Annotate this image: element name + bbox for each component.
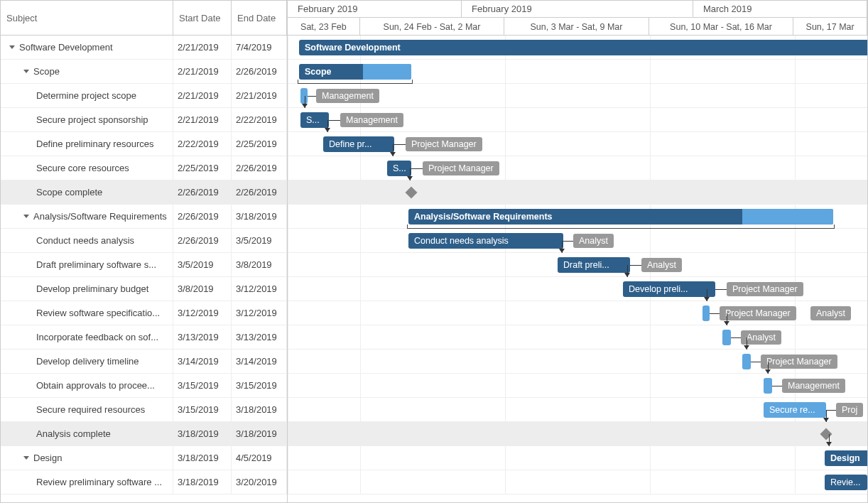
table-row[interactable]: Secure required resources3/15/20193/18/2… [1,398,287,422]
summary-bar[interactable]: Software Development [299,40,867,55]
task-label: Analysis/Software Requirements [33,211,167,222]
gantt-chart: Subject Start Date End Date Software Dev… [0,0,868,503]
connector [327,120,328,132]
task-bar[interactable]: Secure re... [764,402,826,418]
cell-subject: Conduct needs analysis [1,229,173,252]
connector [410,168,411,180]
chart-row[interactable]: Project Manager [288,350,867,374]
task-bar[interactable]: S... [387,161,411,176]
table-row[interactable]: Analysis/Software Requirements2/26/20193… [1,205,287,229]
chevron-down-icon[interactable] [23,215,29,218]
cell-end: 3/12/2019 [232,301,287,325]
cell-start: 3/18/2019 [173,470,232,494]
table-row[interactable]: Review software specificatio...3/12/2019… [1,301,287,325]
cell-subject: Review preliminary software ... [1,470,173,494]
chart-row[interactable]: Scope [288,60,867,84]
chart-row[interactable]: Draft preli...Analyst [288,253,867,277]
chart-row[interactable] [288,422,867,446]
cell-end: 3/18/2019 [232,205,287,228]
task-bar[interactable]: Draft preli... [558,257,630,273]
cell-subject: Draft preliminary software s... [1,253,173,276]
task-label: Analysis complete [36,428,111,439]
cell-subject: Determine project scope [1,84,173,107]
chart-row[interactable]: Develop preli...Project Manager [288,277,867,301]
chart-row[interactable]: S...Management [288,108,867,132]
col-header-end[interactable]: End Date [232,1,287,35]
task-bar[interactable] [764,378,772,394]
task-bar[interactable]: Revie... [825,475,867,490]
table-row[interactable]: Develop delivery timeline3/14/20193/14/2… [1,350,287,374]
task-label: Review preliminary software ... [36,477,162,487]
progress-bar [363,64,411,80]
connector [563,241,573,242]
chart-row[interactable]: Secure re...Proj [288,398,867,422]
table-row[interactable]: Design3/18/20194/5/2019 [1,446,287,470]
chart-row[interactable]: Management [288,374,867,398]
cell-subject: Define preliminary resources [1,132,173,156]
task-label: Define preliminary resources [36,139,153,149]
chevron-down-icon[interactable] [23,70,29,73]
table-row[interactable]: Draft preliminary software s...3/5/20193… [1,253,287,277]
cell-start: 3/12/2019 [173,301,232,325]
task-bar[interactable] [722,330,731,345]
connector [393,144,394,156]
chart-row[interactable]: Analysis/Software Requirements [288,205,867,229]
cell-start: 2/21/2019 [173,36,232,59]
table-row[interactable]: Analysis complete3/18/20193/18/2019 [1,422,287,446]
task-bar[interactable] [300,88,308,104]
chart-row[interactable]: Define pr...Project Manager [288,132,867,156]
resource-badge: Management [316,89,379,103]
cell-end: 3/18/2019 [232,398,287,421]
table-row[interactable]: Software Development2/21/20197/4/2019 [1,36,287,60]
resource-badge: Project Manager [761,355,837,369]
chart-row[interactable]: Revie... [288,470,867,494]
chart-body[interactable]: Software DevelopmentScopeManagementS...M… [288,36,867,494]
table-row[interactable]: Scope2/21/20192/26/2019 [1,60,287,84]
cell-subject: Obtain approvals to procee... [1,374,173,397]
chart-row[interactable]: Design [288,446,867,470]
table-row[interactable]: Scope complete2/26/20192/26/2019 [1,180,287,205]
cell-end: 7/4/2019 [232,36,287,59]
chart-row[interactable]: Management [288,84,867,108]
week-cell: Sun, 24 Feb - Sat, 2 Mar [360,18,505,36]
chart-row[interactable]: Analyst [288,325,867,350]
resource-badge: Proj [836,403,863,417]
table-row[interactable]: Incorporate feedback on sof...3/13/20193… [1,325,287,350]
table-row[interactable]: Secure core resources2/25/20192/26/2019 [1,156,287,180]
resource-badge: Analyst [573,234,614,248]
cell-subject: Scope [1,60,173,83]
table-row[interactable]: Obtain approvals to procee...3/15/20193/… [1,374,287,398]
table-row[interactable]: Define preliminary resources2/22/20192/2… [1,132,287,156]
chart-row[interactable]: Software Development [288,36,867,60]
task-bar[interactable]: Conduct needs analysis [408,233,563,249]
table-row[interactable]: Review preliminary software ...3/18/2019… [1,470,287,494]
chevron-down-icon[interactable] [9,45,15,49]
cell-end: 3/15/2019 [232,374,287,397]
col-header-start[interactable]: Start Date [173,1,232,35]
summary-bar[interactable]: Design [825,450,867,466]
chart-row[interactable]: Conduct needs analysisAnalyst [288,229,867,253]
chart-row[interactable]: Project ManagerAnalyst [288,301,867,325]
cell-end: 2/21/2019 [232,84,287,107]
milestone-diamond[interactable] [820,428,832,440]
resource-badge: Project Manager [423,161,499,175]
task-bar[interactable]: S... [300,112,329,128]
task-bar[interactable] [702,305,710,321]
table-row[interactable]: Secure project sponsorship2/21/20192/22/… [1,108,287,132]
connector [707,289,707,301]
table-row[interactable]: Conduct needs analysis2/26/20193/5/2019 [1,229,287,253]
milestone-diamond[interactable] [406,187,418,199]
chart-row[interactable]: S...Project Manager [288,156,867,180]
chevron-down-icon[interactable] [23,456,29,460]
task-label: Secure project sponsorship [36,114,148,125]
task-bar[interactable]: Define pr... [323,136,394,152]
task-bar[interactable]: Develop preli... [623,281,715,297]
task-label: Obtain approvals to procee... [36,380,155,391]
cell-subject: Analysis/Software Requirements [1,205,173,228]
chart-row[interactable] [288,180,867,205]
col-header-subject[interactable]: Subject [1,1,173,35]
cell-start: 2/26/2019 [173,229,232,252]
task-bar[interactable] [742,354,751,369]
table-row[interactable]: Develop preliminary budget3/8/20193/12/2… [1,277,287,301]
table-row[interactable]: Determine project scope2/21/20192/21/201… [1,84,287,108]
